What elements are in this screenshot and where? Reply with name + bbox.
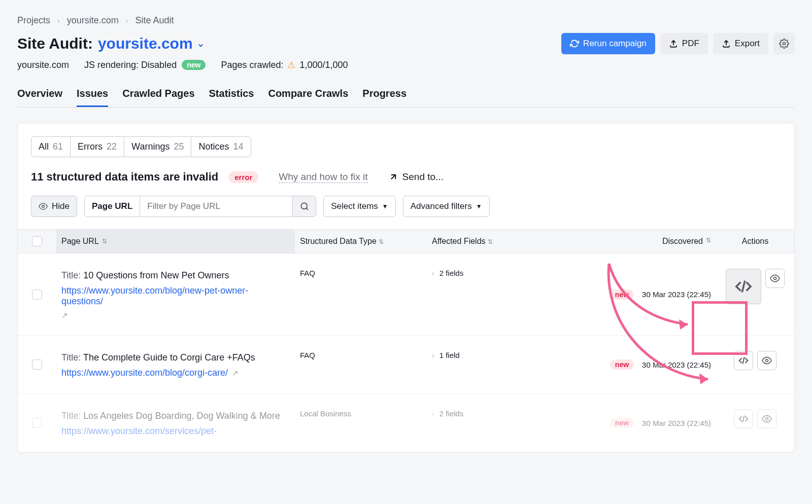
breadcrumb-site[interactable]: yoursite.com <box>67 15 119 26</box>
new-badge: new <box>610 290 634 300</box>
external-link-icon[interactable]: ↗ <box>61 311 68 320</box>
warning-icon: ⚠ <box>287 59 295 70</box>
row-discovered: 30 Mar 2023 (22:45) <box>642 419 711 427</box>
issues-panel: All61 Errors22 Warnings25 Notices14 11 s… <box>17 123 795 453</box>
row-title: 10 Questions from New Pet Owners <box>83 270 229 280</box>
chevron-right-icon: › <box>57 17 60 25</box>
row-url-link[interactable]: https://www.yoursite.com/services/pet- <box>61 426 217 437</box>
select-items-dropdown[interactable]: Select items ▼ <box>323 196 395 217</box>
view-source-button[interactable] <box>726 269 761 304</box>
row-title: The Complete Guide to Corgi Care +FAQs <box>83 352 255 363</box>
tab-compare-crawls[interactable]: Compare Crawls <box>268 88 348 107</box>
row-type: Local Business <box>295 402 427 444</box>
external-link-icon[interactable]: ↗ <box>232 369 239 378</box>
breadcrumb-projects[interactable]: Projects <box>17 15 50 26</box>
view-page-button[interactable] <box>757 409 776 428</box>
tab-progress[interactable]: Progress <box>362 88 407 107</box>
seg-warnings[interactable]: Warnings25 <box>124 137 191 157</box>
eye-icon <box>762 355 772 366</box>
send-to-button[interactable]: Send to... <box>388 171 444 183</box>
new-badge: new <box>610 418 634 428</box>
meta-crawled-value: 1,000/1,000 <box>299 60 348 70</box>
svg-point-0 <box>783 43 786 45</box>
view-source-button[interactable] <box>734 409 753 428</box>
row-title-prefix: Title: <box>61 411 83 421</box>
sort-icon: ⇅ <box>102 238 107 245</box>
send-icon <box>388 172 398 182</box>
site-dropdown[interactable]: yoursite.com ⌄ <box>98 35 205 52</box>
issue-type-segments: All61 Errors22 Warnings25 Notices14 <box>31 136 251 157</box>
page-url-input[interactable] <box>140 196 292 217</box>
view-page-button[interactable] <box>765 269 785 288</box>
row-checkbox[interactable] <box>32 290 42 300</box>
code-icon <box>735 278 752 295</box>
chevron-right-icon[interactable]: › <box>432 351 434 359</box>
search-icon <box>300 202 309 211</box>
seg-all[interactable]: All61 <box>31 137 71 157</box>
upload-icon <box>669 39 678 48</box>
chevron-right-icon: › <box>126 17 128 25</box>
breadcrumb-page[interactable]: Site Audit <box>135 15 174 26</box>
row-fields: 1 field <box>439 351 460 359</box>
header-type[interactable]: Structured Data Type ⇅ <box>295 230 427 253</box>
row-discovered: 30 Mar 2023 (22:45) <box>642 290 711 299</box>
site-name: yoursite.com <box>98 35 193 52</box>
tab-statistics[interactable]: Statistics <box>209 88 254 107</box>
view-page-button[interactable] <box>757 351 776 370</box>
row-type: FAQ <box>295 344 427 385</box>
eye-icon <box>762 414 772 424</box>
chevron-down-icon: ▼ <box>476 203 482 210</box>
chevron-down-icon: ⌄ <box>197 38 205 49</box>
row-checkbox[interactable] <box>32 418 42 428</box>
header-discovered[interactable]: Discovered ⇅ <box>554 230 716 253</box>
breadcrumb: Projects › yoursite.com › Site Audit <box>17 15 795 26</box>
svg-line-3 <box>742 281 745 293</box>
table-row: Title: Los Angeles Dog Boarding, Dog Wal… <box>18 394 794 452</box>
pdf-button[interactable]: PDF <box>660 33 708 54</box>
settings-button[interactable] <box>773 33 795 54</box>
table-header: Page URL⇅ Structured Data Type ⇅ Affecte… <box>18 229 794 254</box>
row-title-prefix: Title: <box>61 352 83 363</box>
export-button[interactable]: Export <box>713 33 768 54</box>
hide-button[interactable]: Hide <box>31 196 77 217</box>
seg-errors[interactable]: Errors22 <box>71 137 124 157</box>
row-url-link[interactable]: https://www.yoursite.com/blog/corgi-care… <box>61 368 228 378</box>
header-fields[interactable]: Affected Fields ⇅ <box>427 230 554 253</box>
tabs: Overview Issues Crawled Pages Statistics… <box>17 88 795 107</box>
chevron-right-icon[interactable]: › <box>432 269 434 277</box>
row-title: Los Angeles Dog Boarding, Dog Walking & … <box>83 411 280 421</box>
row-fields: 2 fields <box>439 409 464 418</box>
search-button[interactable] <box>292 196 316 217</box>
row-checkbox[interactable] <box>32 359 42 370</box>
header-page-url[interactable]: Page URL⇅ <box>56 230 295 253</box>
tab-issues[interactable]: Issues <box>77 88 108 107</box>
meta-domain: yoursite.com <box>17 60 69 70</box>
new-badge: new <box>182 60 206 70</box>
chevron-right-icon[interactable]: › <box>432 410 434 418</box>
select-all-checkbox[interactable] <box>32 236 42 246</box>
eye-icon <box>770 273 780 283</box>
meta-js-rendering: JS rendering: Disabled <box>84 60 177 70</box>
tab-overview[interactable]: Overview <box>17 88 62 107</box>
issue-title: 11 structured data items are invalid <box>31 170 218 184</box>
sort-icon: ⇅ <box>706 237 711 246</box>
svg-point-4 <box>774 277 776 280</box>
new-badge: new <box>610 359 634 370</box>
seg-notices[interactable]: Notices14 <box>191 137 250 157</box>
upload-icon <box>722 39 731 48</box>
page-url-filter: Page URL <box>84 196 316 217</box>
why-how-link[interactable]: Why and how to fix it <box>279 171 367 183</box>
page-title-prefix: Site Audit: <box>17 35 93 52</box>
table-row: Title: The Complete Guide to Corgi Care … <box>18 336 794 394</box>
svg-point-1 <box>42 205 45 208</box>
sort-icon: ⇅ <box>379 238 384 245</box>
view-source-button[interactable] <box>734 351 753 370</box>
chevron-down-icon: ▼ <box>382 203 388 210</box>
tab-crawled-pages[interactable]: Crawled Pages <box>122 88 194 107</box>
advanced-filters-dropdown[interactable]: Advanced filters ▼ <box>403 196 490 217</box>
row-url-link[interactable]: https://www.yoursite.com/blog/new-pet-ow… <box>61 285 290 307</box>
rerun-campaign-button[interactable]: Rerun campaign <box>561 33 655 54</box>
meta-crawled-label: Pages crawled: <box>221 60 283 70</box>
sort-icon: ⇅ <box>488 238 493 245</box>
code-icon <box>738 355 749 366</box>
